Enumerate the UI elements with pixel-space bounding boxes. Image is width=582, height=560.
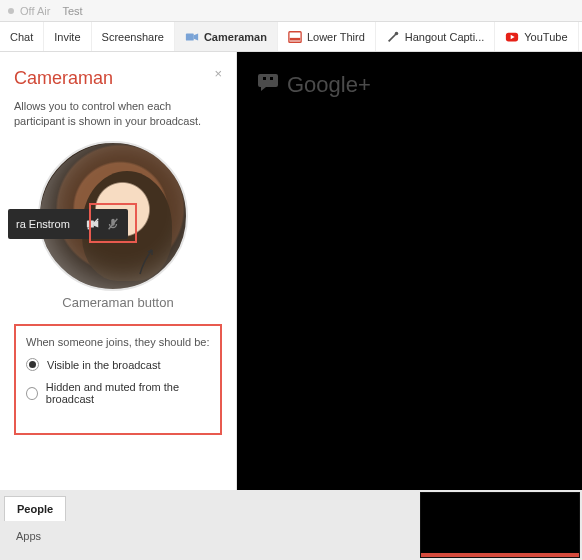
close-icon[interactable]: ×	[214, 66, 222, 81]
radio-icon	[26, 387, 38, 400]
off-air-indicator	[8, 8, 14, 14]
tab-youtube-label: YouTube	[524, 31, 567, 43]
video-stage: Google+	[237, 52, 582, 490]
tab-invite-label: Invite	[54, 31, 80, 43]
app-tabbar: Chat Invite Screenshare Cameraman Lower …	[0, 22, 582, 52]
radio-icon	[26, 358, 39, 371]
tab-apps[interactable]: Apps	[4, 524, 53, 548]
illustration: ra Enstrom	[18, 141, 218, 291]
lower-third-icon	[288, 30, 302, 44]
tab-hangout-captions[interactable]: Hangout Capti...	[376, 22, 496, 51]
bottom-tabs: People Apps	[0, 490, 237, 560]
google-plus-brand: Google+	[257, 72, 371, 98]
tab-lower-third-label: Lower Third	[307, 31, 365, 43]
panel-description: Allows you to control when each particip…	[14, 99, 222, 129]
svg-rect-11	[270, 77, 273, 80]
cameraman-panel: Cameraman × Allows you to control when e…	[0, 52, 237, 490]
camera-off-icon	[86, 217, 100, 231]
filmstrip-area	[237, 490, 420, 560]
tab-scoot[interactable]: Scoot & D...	[579, 22, 582, 51]
tab-chat[interactable]: Chat	[0, 22, 44, 51]
participant-name: ra Enstrom	[8, 218, 78, 230]
brand-text: Google+	[287, 72, 371, 98]
pointer-arrow	[138, 246, 160, 276]
bottom-bar: People Apps	[0, 490, 582, 560]
tab-cameraman-label: Cameraman	[204, 31, 267, 43]
tab-cameraman[interactable]: Cameraman	[175, 22, 278, 51]
tab-hangout-captions-label: Hangout Capti...	[405, 31, 485, 43]
option-visible-label: Visible in the broadcast	[47, 359, 161, 371]
tab-chat-label: Chat	[10, 31, 33, 43]
tab-people[interactable]: People	[4, 496, 66, 521]
participant-pill: ra Enstrom	[8, 209, 128, 239]
self-thumbnail[interactable]	[420, 492, 580, 558]
svg-rect-1	[289, 31, 301, 42]
tab-invite[interactable]: Invite	[44, 22, 91, 51]
tab-lower-third[interactable]: Lower Third	[278, 22, 376, 51]
tab-screenshare-label: Screenshare	[102, 31, 164, 43]
illustration-caption: Cameraman button	[14, 295, 222, 310]
options-heading: When someone joins, they should be:	[26, 336, 210, 348]
wand-icon	[386, 30, 400, 44]
hangout-name: Test	[62, 5, 82, 17]
join-options: When someone joins, they should be: Visi…	[14, 324, 222, 435]
panel-title: Cameraman	[14, 68, 222, 89]
tab-screenshare[interactable]: Screenshare	[92, 22, 175, 51]
topbar: Off Air Test	[0, 0, 582, 22]
svg-point-3	[395, 31, 399, 35]
svg-rect-0	[186, 33, 194, 40]
off-air-text: Off Air	[20, 5, 50, 17]
tab-people-label: People	[17, 503, 53, 515]
main-area: Cameraman × Allows you to control when e…	[0, 52, 582, 490]
cameraman-button[interactable]	[78, 209, 128, 239]
speech-bubble-icon	[257, 72, 279, 98]
tab-youtube[interactable]: YouTube	[495, 22, 578, 51]
svg-rect-2	[290, 37, 301, 40]
option-visible[interactable]: Visible in the broadcast	[26, 358, 210, 371]
option-hidden[interactable]: Hidden and muted from the broadcast	[26, 381, 210, 405]
svg-rect-10	[263, 77, 266, 80]
tab-apps-label: Apps	[16, 530, 41, 542]
youtube-icon	[505, 30, 519, 44]
option-hidden-label: Hidden and muted from the broadcast	[46, 381, 210, 405]
camera-icon	[185, 30, 199, 44]
mic-off-icon	[106, 217, 120, 231]
